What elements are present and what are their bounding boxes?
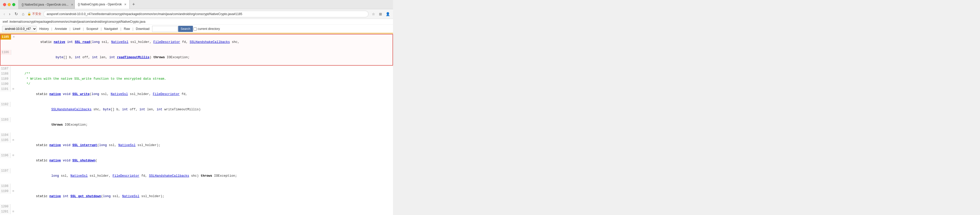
line-number-1195[interactable]: 1195: [0, 138, 11, 143]
tab-nativecrypto-close[interactable]: ×: [124, 3, 126, 6]
nav-scopes[interactable]: Scopes#: [84, 27, 100, 31]
profile-icon[interactable]: 👤: [385, 11, 390, 17]
expand-1191[interactable]: ⊞: [11, 86, 16, 92]
line-number-1189[interactable]: 1189: [0, 76, 11, 81]
expand-1199[interactable]: ⊞: [11, 189, 16, 194]
expand-1198: [11, 183, 16, 189]
breadcrumb: xref: /external/conscrypt/repackaged/com…: [0, 19, 393, 25]
nav-annotate[interactable]: Annotate: [52, 27, 69, 31]
line-code-1193: throws IOException;: [16, 117, 393, 132]
expand-1187: [11, 66, 16, 71]
line-number-1194[interactable]: 1194: [0, 132, 11, 138]
expand-1189: [11, 76, 16, 81]
code-line-1198: 1198: [0, 183, 393, 189]
toolbar-icons: ☆ ⊞ 👤: [371, 11, 390, 17]
line-code-1185: static native int SSL_read(long ssl, Nat…: [16, 35, 393, 50]
line-number-1193[interactable]: 1193: [0, 117, 11, 122]
expand-1194: [11, 132, 16, 138]
address-input[interactable]: [43, 11, 369, 18]
line-number-1198[interactable]: 1198: [0, 183, 11, 189]
search-input[interactable]: [152, 26, 178, 32]
titlebar: {} NativeSsl.java - OpenGrok cro... × {}…: [0, 0, 393, 9]
code-line-1190: 1190 */: [0, 81, 393, 86]
current-dir-checkbox[interactable]: [193, 27, 197, 31]
new-tab-button[interactable]: +: [130, 0, 138, 9]
line-code-1196: static native void SSL_shutdown(: [16, 153, 393, 168]
line-number-1185[interactable]: 1185: [0, 35, 11, 40]
expand-1195[interactable]: ⊞: [11, 138, 16, 143]
code-line-1195: 1195 ⊞ static native void SSL_interrupt(…: [0, 138, 393, 153]
line-number-1201[interactable]: 1201: [0, 209, 11, 214]
tab-nativessl-label: {} NativeSsl.java - OpenGrok cro...: [22, 3, 68, 6]
close-window-button[interactable]: [3, 3, 6, 6]
line-code-1194: [16, 132, 393, 138]
home-button[interactable]: ⌂: [21, 11, 25, 17]
code-line-1189: 1189 * Writes with the native SSL_write …: [0, 76, 393, 81]
expand-1192: [11, 102, 16, 107]
line-number-1191[interactable]: 1191: [0, 86, 11, 92]
line-number-1188[interactable]: 1188: [0, 71, 11, 76]
line-code-1189: * Writes with the native SSL_write funct…: [16, 76, 393, 81]
code-line-1194: 1194: [0, 132, 393, 138]
current-dir-checkbox-label[interactable]: current directory: [193, 27, 220, 31]
window-controls: [3, 3, 15, 6]
line-code-1200: [16, 204, 393, 209]
expand-1200: [11, 204, 16, 209]
version-select[interactable]: android-10.0.0_r47: [2, 26, 37, 32]
expand-1193: [11, 117, 16, 122]
minimize-window-button[interactable]: [8, 3, 11, 6]
expand-1190: [11, 81, 16, 86]
forward-button[interactable]: ›: [8, 11, 11, 17]
expand-1186: [11, 50, 16, 55]
tab-nativessl[interactable]: {} NativeSsl.java - OpenGrok cro... ×: [18, 0, 75, 9]
expand-1201[interactable]: ⊞: [11, 209, 16, 214]
nav-download[interactable]: Download: [134, 27, 151, 31]
line-code-1199: static native int SSL_get_shutdown(long …: [16, 189, 393, 204]
expand-1196[interactable]: ⊞: [11, 153, 16, 158]
line-number-1200[interactable]: 1200: [0, 204, 11, 209]
extensions-icon[interactable]: ⊞: [378, 11, 383, 17]
nav-navigate[interactable]: Navigate#: [102, 27, 120, 31]
navbar: android-10.0.0_r47 History | Annotate | …: [0, 25, 393, 33]
line-number-1186[interactable]: 1186: [0, 50, 11, 55]
nav-raw[interactable]: Raw: [122, 27, 132, 31]
code-area: 1185 ⊞ static native int SSL_read(long s…: [0, 33, 393, 215]
bookmark-icon[interactable]: ☆: [371, 11, 376, 17]
line-number-1196[interactable]: 1196: [0, 153, 11, 158]
line-code-1201: static native void SSL_free(long ssl, Na…: [16, 209, 393, 215]
search-button[interactable]: Search: [178, 26, 193, 32]
code-line-1186: 1186 byte[] b, int off, int len, int rea…: [0, 50, 393, 65]
highlighted-block: 1185 ⊞ static native int SSL_read(long s…: [0, 34, 393, 65]
back-button[interactable]: ‹: [3, 11, 6, 17]
line-code-1187: [16, 66, 393, 71]
line-number-1187[interactable]: 1187: [0, 66, 11, 71]
refresh-button[interactable]: ↻: [14, 11, 19, 17]
code-line-1196: 1196 ⊞ static native void SSL_shutdown(: [0, 153, 393, 168]
tab-nativessl-close[interactable]: ×: [71, 3, 73, 6]
line-code-1192: SSLHandshakeCallbacks shc, byte[] b, int…: [16, 102, 393, 117]
tabs-bar: {} NativeSsl.java - OpenGrok cro... × {}…: [18, 0, 390, 9]
code-line-1187: 1187: [0, 66, 393, 71]
maximize-window-button[interactable]: [12, 3, 15, 6]
tab-nativecrypto[interactable]: {} NativeCrypto.java - OpenGrok ×: [75, 0, 130, 9]
code-line-1185: 1185 ⊞ static native int SSL_read(long s…: [0, 35, 393, 50]
nav-line[interactable]: Line#: [71, 27, 83, 31]
line-code-1197: long ssl, NativeSsl ssl_holder, FileDesc…: [16, 168, 393, 183]
nav-history[interactable]: History: [37, 27, 51, 31]
line-number-1197[interactable]: 1197: [0, 168, 11, 174]
code-line-1191: 1191 ⊞ static native void SSL_write(long…: [0, 86, 393, 102]
line-number-1192[interactable]: 1192: [0, 102, 11, 107]
tab-nativecrypto-label: {} NativeCrypto.java - OpenGrok: [78, 3, 122, 6]
code-line-1201: 1201 ⊞ static native void SSL_free(long …: [0, 209, 393, 215]
code-line-1192: 1192 SSLHandshakeCallbacks shc, byte[] b…: [0, 102, 393, 117]
code-line-1188: 1188 /**: [0, 71, 393, 76]
line-number-1190[interactable]: 1190: [0, 81, 11, 86]
line-number-1199[interactable]: 1199: [0, 189, 11, 194]
code-line-1199: 1199 ⊞ static native int SSL_get_shutdow…: [0, 189, 393, 204]
code-line-1193: 1193 throws IOException;: [0, 117, 393, 132]
expand-1185[interactable]: ⊞: [11, 35, 16, 40]
expand-1188: [11, 71, 16, 76]
line-code-1198: [16, 183, 393, 189]
line-code-1186: byte[] b, int off, int len, int readTime…: [16, 50, 393, 65]
expand-1197: [11, 168, 16, 174]
